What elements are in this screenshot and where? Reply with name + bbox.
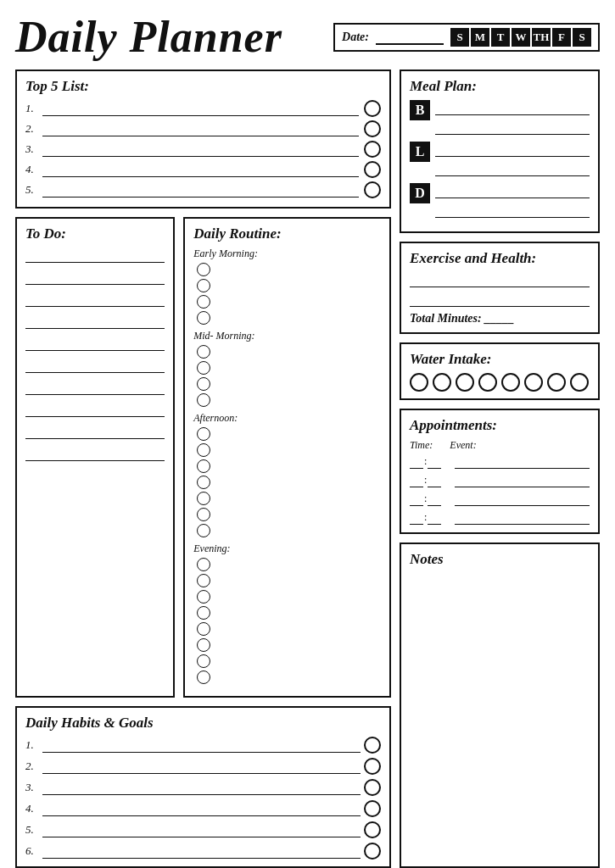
routine-checkbox[interactable] — [197, 590, 210, 604]
routine-checkbox[interactable] — [197, 574, 210, 587]
exercise-line[interactable] — [410, 272, 590, 287]
habit-checkbox[interactable] — [364, 779, 381, 796]
top5-item-line[interactable] — [42, 121, 359, 136]
top5-checkbox[interactable] — [364, 100, 381, 117]
todo-line[interactable] — [25, 336, 165, 351]
water-circle[interactable] — [433, 373, 451, 392]
appt-hour[interactable] — [410, 513, 423, 525]
water-circle[interactable] — [501, 373, 520, 392]
habit-checkbox[interactable] — [364, 800, 381, 817]
habit-line[interactable] — [42, 822, 361, 837]
routine-checkbox[interactable] — [197, 345, 210, 359]
routine-subsection: Mid- Morning: — [193, 330, 381, 407]
routine-items — [193, 427, 381, 537]
daily-routine-title: Daily Routine: — [193, 225, 381, 242]
todo-line[interactable] — [25, 358, 165, 373]
appt-event-line[interactable] — [455, 457, 590, 469]
water-circle[interactable] — [410, 373, 428, 392]
routine-checkbox[interactable] — [197, 311, 210, 325]
habit-num: 4. — [25, 802, 39, 815]
top5-checkbox[interactable] — [364, 181, 381, 198]
todo-line[interactable] — [25, 380, 165, 395]
water-intake-title: Water Intake: — [410, 351, 590, 368]
todo-line[interactable] — [25, 248, 165, 263]
water-circle[interactable] — [478, 373, 497, 392]
habit-line[interactable] — [42, 737, 361, 753]
top5-checkbox[interactable] — [364, 141, 381, 158]
appt-event-line[interactable] — [455, 513, 590, 525]
routine-checkbox[interactable] — [197, 622, 210, 636]
routine-checkbox[interactable] — [197, 524, 210, 537]
top5-checkbox[interactable] — [364, 120, 381, 137]
water-circle[interactable] — [456, 373, 474, 392]
habit-line[interactable] — [42, 780, 361, 795]
routine-items — [193, 263, 381, 325]
todo-line[interactable] — [25, 292, 165, 307]
routine-checkbox[interactable] — [197, 295, 210, 309]
top5-item-line[interactable] — [42, 142, 359, 157]
appt-min[interactable] — [428, 513, 441, 525]
appt-hour[interactable] — [410, 476, 423, 487]
exercise-line[interactable] — [410, 292, 590, 307]
top5-item-line[interactable] — [42, 162, 359, 177]
todo-line[interactable] — [25, 424, 165, 439]
meal-line[interactable] — [435, 203, 590, 218]
appt-event-line[interactable] — [455, 494, 590, 506]
routine-checkbox[interactable] — [197, 558, 210, 571]
todo-line[interactable] — [25, 402, 165, 417]
routine-checkbox[interactable] — [197, 638, 210, 652]
meal-line[interactable] — [435, 120, 590, 135]
habit-num: 6. — [25, 844, 39, 858]
date-input-line[interactable] — [376, 30, 444, 45]
meal-line[interactable] — [435, 142, 590, 157]
meal-line[interactable] — [435, 100, 590, 115]
water-circle[interactable] — [570, 373, 589, 392]
days-box: SMTWTHFS — [450, 28, 591, 47]
meal-lines — [435, 142, 590, 176]
appt-min[interactable] — [428, 494, 441, 506]
meal-lines — [435, 100, 590, 135]
routine-checkbox[interactable] — [197, 476, 210, 489]
routine-checkbox[interactable] — [197, 393, 210, 407]
habit-line[interactable] — [42, 843, 361, 859]
todo-line[interactable] — [25, 270, 165, 285]
routine-checkbox[interactable] — [197, 670, 210, 684]
meal-line[interactable] — [435, 183, 590, 198]
habit-checkbox[interactable] — [364, 737, 381, 754]
exercise-section: Exercise and Health: Total Minutes: ____… — [400, 242, 600, 334]
appt-hour[interactable] — [410, 494, 423, 506]
routine-checkbox[interactable] — [197, 361, 210, 375]
habit-checkbox[interactable] — [364, 758, 381, 775]
todo-line[interactable] — [25, 314, 165, 329]
water-circle[interactable] — [524, 373, 543, 392]
top5-checkbox[interactable] — [364, 161, 381, 178]
habit-checkbox[interactable] — [364, 821, 381, 838]
appt-min[interactable] — [428, 457, 441, 469]
habit-line[interactable] — [42, 801, 361, 816]
top5-item-line[interactable] — [42, 182, 359, 198]
appt-event-line[interactable] — [455, 476, 590, 487]
routine-checkbox[interactable] — [197, 459, 210, 473]
routine-checkbox[interactable] — [197, 508, 210, 521]
routine-checkbox[interactable] — [197, 443, 210, 457]
meal-line[interactable] — [435, 161, 590, 176]
routine-checkbox[interactable] — [197, 263, 210, 276]
routine-checkbox[interactable] — [197, 427, 210, 441]
water-circle[interactable] — [547, 373, 566, 392]
appt-min[interactable] — [428, 476, 441, 487]
habit-num: 5. — [25, 823, 39, 837]
top5-item-line[interactable] — [42, 101, 359, 116]
routine-checkbox[interactable] — [197, 654, 210, 668]
routine-checkbox[interactable] — [197, 492, 210, 505]
habit-checkbox[interactable] — [364, 843, 381, 860]
meal-letter: B — [410, 100, 430, 120]
routine-checkbox[interactable] — [197, 377, 210, 391]
meal-row: L — [410, 142, 590, 176]
routine-checkbox[interactable] — [197, 606, 210, 620]
todo-line[interactable] — [25, 446, 165, 461]
appt-hour[interactable] — [410, 457, 423, 469]
routine-checkbox[interactable] — [197, 279, 210, 292]
routine-item — [197, 670, 381, 684]
habit-line[interactable] — [42, 759, 361, 774]
routine-item — [197, 622, 381, 636]
